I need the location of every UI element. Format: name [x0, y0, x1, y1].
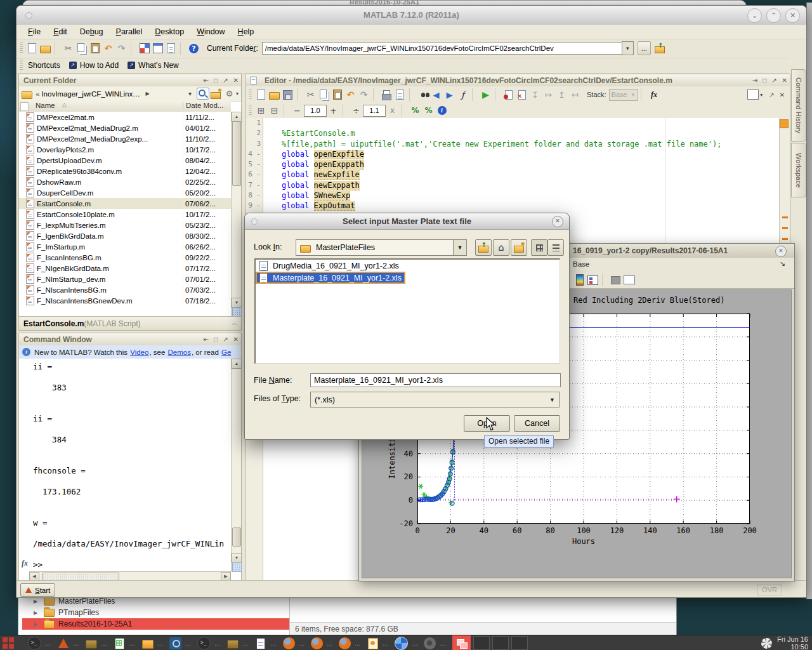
taskbar-item-terminal[interactable]: ...	[28, 635, 57, 650]
scroll-down-icon[interactable]: ▼	[232, 553, 242, 563]
function-browser-icon[interactable]	[648, 88, 661, 101]
taskbar-item-document[interactable]: ...	[254, 635, 282, 650]
cell-value-2-input[interactable]	[363, 105, 386, 117]
divide-button[interactable]: ÷	[350, 104, 363, 117]
file-row[interactable]: DsuperCellDev.m05/20/2...	[19, 187, 231, 198]
shortcuts-grip[interactable]	[20, 60, 23, 71]
editor-findfx-icon[interactable]	[456, 88, 469, 101]
editor-redo-icon[interactable]	[357, 88, 370, 101]
app-gray-icon[interactable]	[424, 637, 436, 649]
taskbar-item-matlab[interactable]: ...	[57, 635, 85, 650]
maximize-panel-icon[interactable]: □	[760, 77, 769, 84]
cell-pct2-icon[interactable]	[422, 104, 435, 117]
code-line[interactable]: global newExpfile	[263, 169, 780, 180]
firefox-icon[interactable]	[311, 637, 323, 649]
taskbar-item-menu[interactable]: ...	[214, 639, 220, 647]
increase-indent-button[interactable]: +	[327, 104, 340, 117]
gear-icon[interactable]	[223, 88, 236, 100]
taskbar-item-menu[interactable]: ...	[270, 639, 276, 647]
figure-whitebox-icon[interactable]	[622, 274, 636, 286]
taskbar-item-folder-olive[interactable]: ...	[226, 635, 254, 650]
taskbar-item-menu[interactable]: ...	[45, 639, 51, 647]
code-analyzer-mark[interactable]	[782, 216, 788, 218]
matlab-icon[interactable]	[57, 637, 69, 649]
close-panel-icon[interactable]: ✕	[780, 77, 790, 84]
taskbar-item-menu[interactable]: ...	[101, 639, 107, 647]
shortcut-how-to-add[interactable]: ↗ How to Add	[69, 61, 119, 70]
taskbar-item-firefox[interactable]: ...	[339, 635, 367, 650]
terminal-icon[interactable]	[28, 637, 41, 650]
folder-tree-item[interactable]: ▶PTmapFiles	[22, 607, 289, 618]
taskbar-item-menu[interactable]: ...	[412, 639, 417, 647]
panel-resize-chip[interactable]	[232, 307, 242, 317]
taskbar-item-viewer-blue[interactable]: ...	[169, 635, 197, 650]
toolbar-grip[interactable]	[20, 43, 23, 54]
cell-pct1-icon[interactable]	[409, 104, 422, 117]
minimize-button[interactable]: ⌄	[747, 8, 762, 23]
grid-view-button[interactable]	[531, 239, 547, 256]
taskbar-item-browser-spiral[interactable]: ...	[395, 635, 424, 650]
editor-paste-icon[interactable]	[331, 88, 344, 101]
file-name-input[interactable]	[310, 373, 561, 387]
expander-icon[interactable]: ▶	[34, 610, 40, 616]
terminal-icon[interactable]	[197, 637, 211, 650]
taskbar-item-impress[interactable]: ...	[367, 635, 395, 650]
sort-ascending-icon[interactable]: △	[62, 102, 67, 108]
editor-copy-icon[interactable]	[317, 88, 331, 101]
editor-notes-icon[interactable]	[393, 88, 407, 101]
close-panel-icon[interactable]: ✕	[231, 77, 241, 84]
code-line[interactable]: %EstartConsole.m	[263, 128, 780, 138]
cut-icon[interactable]	[62, 42, 75, 55]
file-row[interactable]: F_ImStartup.m06/26/2...	[19, 241, 231, 252]
maximize-panel-icon[interactable]: □	[211, 77, 220, 84]
new-folder-button[interactable]	[511, 239, 527, 256]
menu-debug[interactable]: Debug	[74, 27, 110, 36]
layout-dropdown-icon[interactable]: ▾	[760, 92, 763, 98]
cell-info-icon[interactable]	[435, 104, 449, 117]
file-row[interactable]: F_IscanIntensBG.m09/22/2...	[19, 252, 231, 263]
screenshot-tool-icon[interactable]	[761, 638, 772, 649]
cell-cell1-icon[interactable]	[254, 104, 268, 117]
breadcrumb-expand-icon[interactable]: ▶	[145, 91, 149, 96]
editor-print-icon[interactable]	[380, 88, 393, 101]
look-in-combobox[interactable]: MasterPlateFiles ▼	[296, 239, 467, 256]
dock-right-icon[interactable]: ⇥	[750, 77, 760, 84]
dock-left-icon[interactable]: ⇤	[201, 77, 211, 84]
code-line[interactable]: global ExpOutmat	[263, 201, 780, 211]
search-icon[interactable]	[197, 88, 209, 100]
file-row[interactable]: F_IexpMultiTseries.m05/23/2...	[19, 220, 231, 230]
file-row[interactable]: DpertsUploadDev.m08/04/2...	[19, 155, 231, 166]
toolbar-grip[interactable]	[249, 105, 252, 116]
guide-icon[interactable]	[151, 42, 164, 55]
figure-graybox-icon[interactable]	[609, 274, 622, 286]
file-row[interactable]: DshowRaw.m02/25/2...	[19, 176, 231, 187]
cell-cell2-icon[interactable]	[268, 104, 281, 117]
taskbar-item-menu[interactable]: ...	[299, 639, 304, 647]
clock[interactable]: Fri Jun 16 10:50	[777, 635, 808, 650]
undock-editor-icon[interactable]: ↗	[766, 91, 776, 98]
taskbar-item-menu[interactable]: ...	[157, 639, 163, 647]
file-row[interactable]: F_NIgenBkGrdData.m07/17/2...	[19, 263, 231, 274]
firefox-icon[interactable]	[339, 637, 351, 649]
console-scrollbar[interactable]: ▲ ▼	[231, 359, 241, 572]
menu-desktop[interactable]: Desktop	[148, 27, 190, 36]
dialog-titlebar[interactable]: Select input Master Plate text file ✕	[245, 213, 569, 230]
file-list-scrollbar[interactable]: ▲ ▼	[231, 112, 241, 317]
file-row[interactable]: DMPexcel2mat.m11/11/2...	[19, 112, 231, 123]
code-line[interactable]: %[file,path] = uiputfile('.mat','Create …	[263, 139, 780, 149]
open-folder-icon[interactable]	[39, 42, 52, 55]
firefox-icon[interactable]	[283, 637, 295, 649]
taskbar-item-app-gray[interactable]: ...	[424, 635, 452, 650]
decrease-indent-button[interactable]: −	[291, 104, 304, 117]
menu-help[interactable]: Help	[232, 27, 261, 36]
editor-step3-icon[interactable]	[555, 88, 568, 101]
file-row[interactable]: DoverlayPlots2.m10/17/2...	[19, 144, 231, 155]
app-launcher-icon[interactable]	[0, 635, 19, 650]
breadcrumb-dropdown-icon[interactable]	[183, 88, 197, 100]
folder-olive-icon[interactable]	[85, 637, 97, 649]
files-of-type-combobox[interactable]: (*.xls) ▼	[310, 392, 560, 408]
taskbar-item-firefox[interactable]: ...	[283, 635, 311, 650]
dialog-file-row[interactable]: DrugMedia_16_0921_MI_yor1-2.xls	[256, 260, 403, 272]
matlab-titlebar[interactable]: MATLAB 7.12.0 (R2011a) ⌄ ⌃ ✕	[16, 6, 806, 25]
cell-value-1-input[interactable]	[304, 105, 327, 117]
